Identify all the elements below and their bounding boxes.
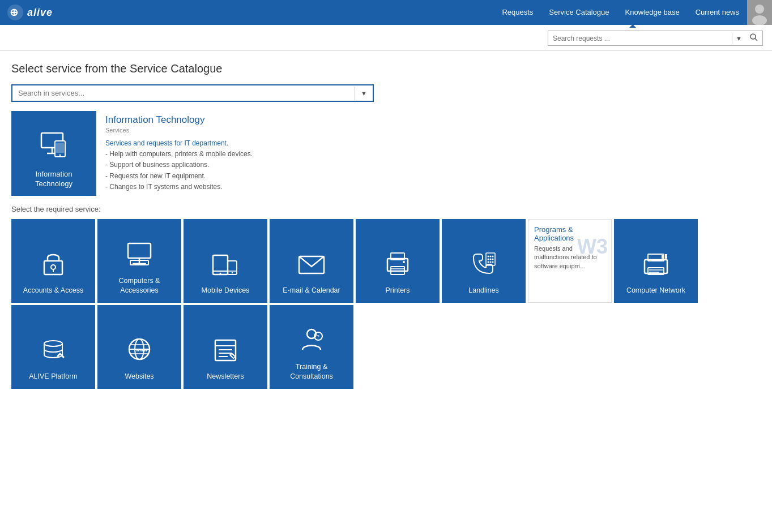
- it-description: Information Technology Services Services…: [96, 111, 761, 196]
- programs-apps-content: Programs & Applications Requests and mal…: [534, 225, 605, 297]
- svg-point-33: [488, 255, 489, 257]
- svg-point-37: [490, 258, 492, 260]
- tile-mobile-devices[interactable]: Mobile Devices: [184, 219, 267, 303]
- svg-point-38: [492, 258, 494, 260]
- it-title: Information Technology: [105, 114, 752, 126]
- mobile-devices-icon: [211, 248, 240, 281]
- tile-training-consultations-label: Training & Consultations: [274, 362, 349, 381]
- search-area: ▼: [0, 25, 772, 51]
- svg-point-3: [755, 5, 764, 14]
- accounts-access-icon: [40, 248, 67, 281]
- svg-point-39: [488, 261, 489, 263]
- svg-point-41: [492, 261, 494, 263]
- computers-accessories-icon: [125, 239, 154, 272]
- nav-service-catalogue[interactable]: Service Catalogue: [541, 0, 617, 25]
- header: ⊕ alive Requests Service Catalogue Knowl…: [0, 0, 772, 25]
- svg-point-36: [488, 258, 489, 260]
- search-input[interactable]: [548, 32, 732, 45]
- svg-point-22: [220, 272, 221, 274]
- svg-point-40: [490, 261, 492, 263]
- tile-newsletters-label: Newsletters: [207, 372, 244, 381]
- service-search-dropdown-button[interactable]: ▼: [355, 87, 373, 100]
- tile-websites[interactable]: www Websites: [97, 305, 181, 389]
- tile-programs-apps[interactable]: Programs & Applications Requests and mal…: [528, 219, 612, 303]
- tile-alive-platform[interactable]: ALIVE Platform: [11, 305, 95, 389]
- it-desc-4: - Changes to IT systems and websites.: [105, 182, 752, 192]
- svg-point-5: [750, 34, 756, 39]
- tile-printers[interactable]: Printers: [356, 219, 440, 303]
- header-nav: Requests Service Catalogue Knowledge bas…: [494, 0, 772, 25]
- service-search-input[interactable]: [12, 85, 355, 101]
- tile-computer-network[interactable]: Computer Network: [614, 219, 698, 303]
- tile-computers-accessories-label: Computers & Accessories: [102, 276, 177, 295]
- svg-rect-13: [44, 261, 62, 274]
- nav-current-news[interactable]: Current news: [688, 0, 747, 25]
- service-search-bar: ▼: [11, 84, 374, 102]
- search-caret: [629, 24, 636, 28]
- svg-point-25: [232, 272, 233, 273]
- svg-point-14: [51, 265, 56, 269]
- svg-marker-64: [230, 354, 236, 358]
- svg-point-50: [44, 341, 62, 346]
- it-subtitle: Services: [105, 127, 752, 134]
- svg-text:⊕: ⊕: [10, 7, 18, 18]
- search-dropdown-button[interactable]: ▼: [732, 33, 745, 44]
- svg-text:www: www: [135, 347, 148, 353]
- it-desc-3: - Requests for new IT equipment.: [105, 171, 752, 182]
- svg-rect-49: [665, 254, 667, 259]
- it-desc-intro: Services and requests for IT department.: [105, 138, 752, 149]
- tile-mobile-devices-label: Mobile Devices: [202, 286, 250, 295]
- svg-rect-11: [56, 143, 64, 153]
- avatar[interactable]: [747, 0, 772, 25]
- it-tile[interactable]: Information Technology: [11, 111, 96, 196]
- logo[interactable]: ⊕ alive: [7, 4, 53, 21]
- computer-network-icon: [641, 251, 671, 281]
- svg-point-12: [59, 155, 61, 156]
- tile-websites-label: Websites: [125, 372, 153, 381]
- tile-email-calendar[interactable]: E-mail & Calendar: [270, 219, 353, 303]
- select-required-label: Select the required service:: [11, 205, 761, 213]
- main-content: Select service from the Service Catalogu…: [0, 51, 772, 400]
- tiles-row-2: ALIVE Platform www Websites: [11, 305, 761, 389]
- tile-printers-label: Printers: [385, 286, 410, 295]
- avatar-image: [747, 0, 772, 25]
- training-consultations-icon: ?: [297, 325, 326, 358]
- svg-line-6: [755, 38, 757, 41]
- newsletters-icon: [211, 334, 240, 367]
- nav-knowledge-base[interactable]: Knowledge base: [617, 0, 688, 25]
- svg-rect-48: [662, 255, 664, 259]
- svg-point-35: [492, 255, 494, 257]
- it-info-panel: Information Technology Information Techn…: [11, 111, 761, 196]
- it-tile-icon: [37, 128, 71, 166]
- tile-email-calendar-label: E-mail & Calendar: [283, 286, 340, 295]
- landlines-icon: [469, 248, 498, 281]
- page-title: Select service from the Service Catalogu…: [11, 62, 761, 75]
- tile-training-consultations[interactable]: ? Training & Consultations: [270, 305, 353, 389]
- it-tile-label: Information Technology: [16, 170, 92, 189]
- svg-text:?: ?: [317, 334, 319, 340]
- logo-text: alive: [27, 7, 53, 19]
- programs-apps-badge: W3: [577, 237, 608, 257]
- svg-point-32: [403, 261, 405, 263]
- printers-icon: [383, 248, 412, 281]
- it-desc-1: - Help with computers, printers & mobile…: [105, 149, 752, 160]
- tile-landlines-label: Landlines: [468, 286, 499, 295]
- email-calendar-icon: [297, 251, 326, 281]
- tile-alive-platform-label: ALIVE Platform: [29, 372, 77, 381]
- tile-landlines[interactable]: Landlines: [442, 219, 526, 303]
- svg-rect-16: [128, 243, 151, 258]
- tile-newsletters[interactable]: Newsletters: [184, 305, 267, 389]
- tile-accounts-access[interactable]: Accounts & Access: [11, 219, 95, 303]
- search-button[interactable]: [745, 31, 762, 45]
- search-icon: [750, 33, 758, 41]
- tile-accounts-access-label: Accounts & Access: [23, 286, 83, 295]
- tile-computers-accessories[interactable]: Computers & Accessories: [97, 219, 181, 303]
- svg-point-34: [490, 255, 492, 257]
- search-container: ▼: [548, 31, 763, 46]
- websites-icon: www: [125, 334, 154, 367]
- it-desc-2: - Support of business applications.: [105, 160, 752, 170]
- nav-requests[interactable]: Requests: [494, 0, 541, 25]
- tiles-row-1: Accounts & Access Computers & Accessorie…: [11, 219, 761, 303]
- tile-computer-network-label: Computer Network: [626, 286, 685, 295]
- alive-platform-icon: [39, 334, 68, 367]
